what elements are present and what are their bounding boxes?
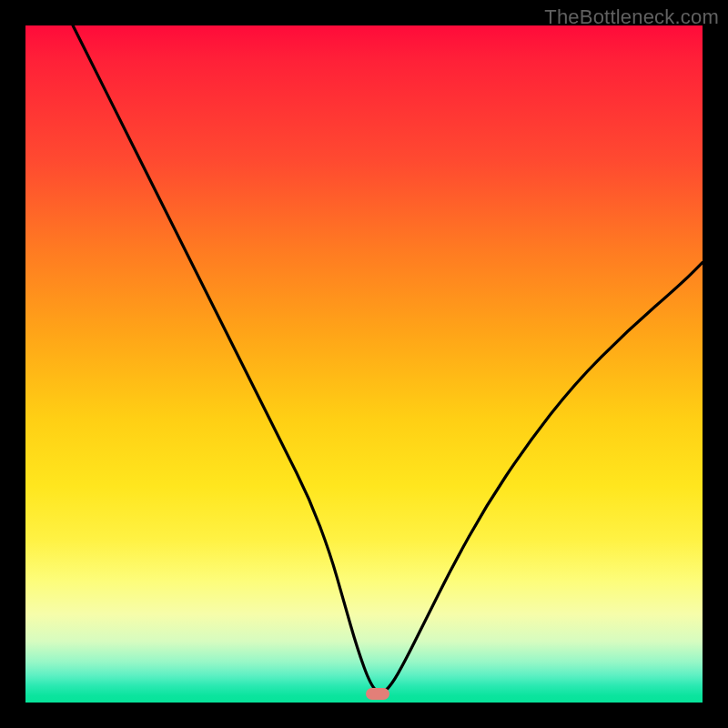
bottleneck-curve xyxy=(25,25,703,703)
chart-frame: TheBottleneck.com xyxy=(0,0,728,728)
plot-area xyxy=(25,25,703,703)
watermark-text: TheBottleneck.com xyxy=(544,5,719,29)
optimum-marker xyxy=(366,688,389,700)
